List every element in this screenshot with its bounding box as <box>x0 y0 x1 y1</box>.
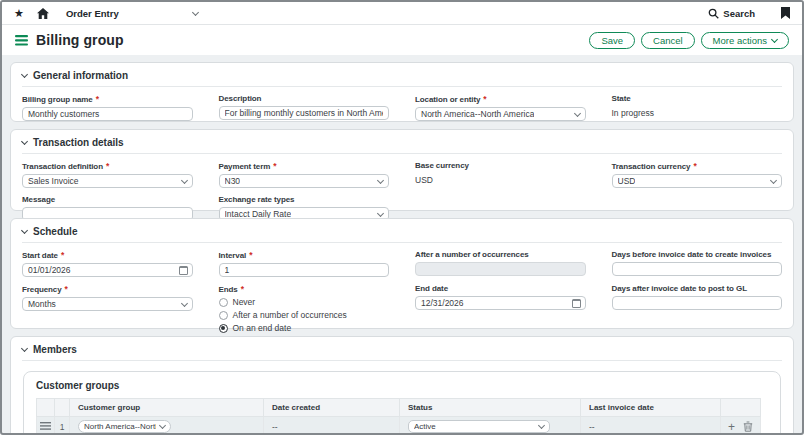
date-created-cell: -- <box>264 417 400 434</box>
section-schedule: Schedule Start date Interval After a num… <box>10 218 794 329</box>
exchange-rate-types-label: Exchange rate types <box>219 195 390 204</box>
state-label: State <box>612 94 783 103</box>
interval-input[interactable] <box>219 263 390 277</box>
section-header-general[interactable]: General information <box>22 66 782 87</box>
page-title: Billing group <box>36 32 124 48</box>
interval-label: Interval <box>219 250 390 260</box>
section-header-schedule[interactable]: Schedule <box>22 222 782 243</box>
cancel-button[interactable]: Cancel <box>641 32 695 49</box>
status-column-header: Status <box>400 399 581 417</box>
after-occurrences-label: After a number of occurrences <box>415 250 586 259</box>
base-currency-label: Base currency <box>415 161 586 170</box>
chevron-down-icon <box>573 109 580 116</box>
ends-label: Ends <box>219 284 390 294</box>
transaction-currency-label: Transaction currency <box>612 161 783 171</box>
form-content: General information Billing group name D… <box>2 55 802 433</box>
app-window: ★ Order Entry Search Billing group Save … <box>0 0 804 435</box>
customer-groups-title: Customer groups <box>36 380 768 391</box>
customer-groups-panel: Customer groups Customer group Date crea… <box>23 371 781 433</box>
payment-term-label: Payment term <box>219 161 390 171</box>
section-general-information: General information Billing group name D… <box>10 62 794 122</box>
ends-option-after-occurrences[interactable]: After a number of occurrences <box>219 310 390 320</box>
customer-group-column-header: Customer group <box>70 399 264 417</box>
radio-selected-icon <box>219 324 228 333</box>
last-invoice-date-column-header: Last invoice date <box>581 399 721 417</box>
delete-row-icon[interactable] <box>743 421 753 432</box>
drag-column-header <box>37 399 55 417</box>
section-title: Members <box>33 344 77 355</box>
last-invoice-date-cell: -- <box>581 417 721 434</box>
section-members: Members Customer groups Customer group <box>10 336 794 433</box>
bookmark-icon[interactable] <box>781 7 790 19</box>
location-label: Location or entity <box>415 94 586 104</box>
search-button[interactable]: Search <box>708 8 755 19</box>
table-row: 1 North America--North . -- Active <box>37 417 761 434</box>
module-label: Order Entry <box>66 8 119 19</box>
description-label: Description <box>219 94 390 103</box>
billing-group-name-input[interactable] <box>22 107 193 121</box>
chevron-down-icon <box>770 176 777 183</box>
days-before-input[interactable] <box>612 262 783 276</box>
customer-group-select[interactable]: North America--North . <box>78 420 171 433</box>
days-after-label: Days after invoice date to post to GL <box>612 284 783 293</box>
collapse-chevron-icon <box>21 71 28 78</box>
save-button[interactable]: Save <box>589 32 635 49</box>
message-label: Message <box>22 195 193 204</box>
drag-handle-icon[interactable] <box>40 422 51 430</box>
page-header: Billing group Save Cancel More actions <box>2 25 802 55</box>
section-transaction-details: Transaction details Transaction definiti… <box>10 129 794 211</box>
frequency-label: Frequency <box>22 284 193 294</box>
radio-icon <box>219 298 228 307</box>
section-header-members[interactable]: Members <box>22 340 782 361</box>
transaction-definition-select[interactable]: Sales Invoice <box>22 174 193 188</box>
chevron-down-icon <box>771 35 778 42</box>
radio-icon <box>219 311 228 320</box>
chevron-down-icon <box>180 299 187 306</box>
start-date-label: Start date <box>22 250 193 260</box>
collapse-chevron-icon <box>21 345 28 352</box>
ends-option-end-date[interactable]: On an end date <box>219 323 390 333</box>
section-title: General information <box>33 70 128 81</box>
status-select[interactable]: Active <box>408 420 550 433</box>
actions-column-header <box>721 399 761 417</box>
end-date-input[interactable] <box>415 296 586 310</box>
chevron-down-icon <box>192 8 199 15</box>
description-input[interactable] <box>219 106 390 120</box>
search-icon <box>708 8 719 19</box>
calendar-icon[interactable] <box>572 299 581 308</box>
end-date-label: End date <box>415 284 586 293</box>
chevron-down-icon <box>538 422 545 429</box>
more-actions-button[interactable]: More actions <box>701 32 789 49</box>
rownum-column-header <box>55 399 70 417</box>
billing-group-name-label: Billing group name <box>22 94 193 104</box>
frequency-select[interactable]: Months <box>22 297 193 311</box>
collapse-chevron-icon <box>21 138 28 145</box>
search-label: Search <box>723 8 755 19</box>
section-title: Transaction details <box>33 137 124 148</box>
favorite-star-icon[interactable]: ★ <box>14 8 24 19</box>
module-selector[interactable]: Order Entry <box>66 8 198 19</box>
days-before-label: Days before invoice date to create invoi… <box>612 250 783 259</box>
section-header-transaction[interactable]: Transaction details <box>22 133 782 154</box>
calendar-icon[interactable] <box>179 266 188 275</box>
ends-radio-group: Never After a number of occurrences On a… <box>219 297 390 333</box>
transaction-currency-select[interactable]: USD <box>612 174 783 188</box>
chevron-down-icon <box>159 422 166 429</box>
row-number: 1 <box>60 422 65 432</box>
ends-option-never[interactable]: Never <box>219 297 390 307</box>
chevron-down-icon <box>180 176 187 183</box>
after-occurrences-input <box>415 262 586 276</box>
home-icon[interactable] <box>37 8 49 19</box>
add-row-icon[interactable]: + <box>728 421 735 433</box>
date-created-column-header: Date created <box>264 399 400 417</box>
payment-term-select[interactable]: N30 <box>219 174 390 188</box>
chevron-down-icon <box>377 209 384 216</box>
days-after-input[interactable] <box>612 296 783 310</box>
start-date-input[interactable] <box>22 263 193 277</box>
chevron-down-icon <box>377 176 384 183</box>
customer-groups-table: Customer group Date created Status Last … <box>36 398 761 433</box>
section-title: Schedule <box>33 226 77 237</box>
table-header-row: Customer group Date created Status Last … <box>37 399 761 417</box>
location-select[interactable]: North America--North America <box>415 107 586 121</box>
top-nav-bar: ★ Order Entry Search <box>2 2 802 25</box>
